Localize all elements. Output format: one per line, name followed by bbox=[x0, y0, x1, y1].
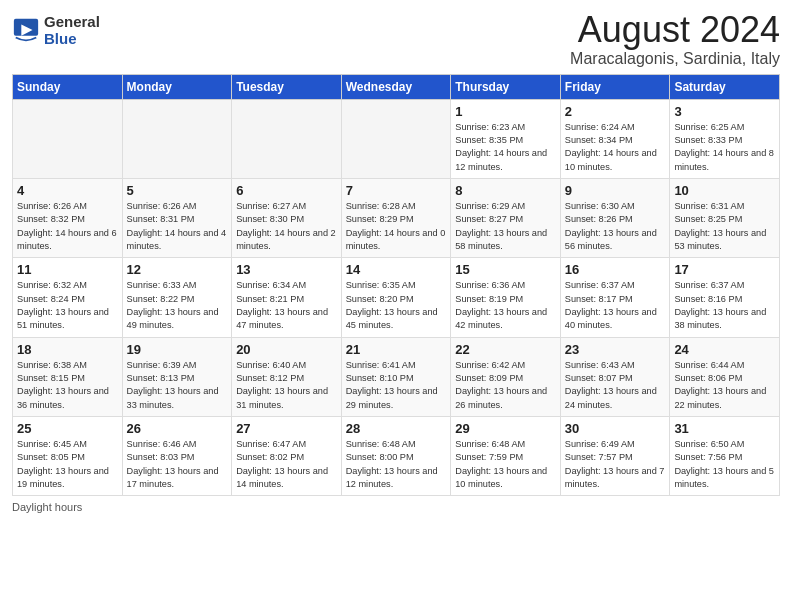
header-row: Sunday Monday Tuesday Wednesday Thursday… bbox=[13, 74, 780, 99]
calendar-cell-1-3 bbox=[232, 99, 342, 178]
day-number: 16 bbox=[565, 262, 666, 277]
calendar-cell-4-2: 19 Sunrise: 6:39 AMSunset: 8:13 PMDaylig… bbox=[122, 337, 232, 416]
calendar-cell-3-1: 11 Sunrise: 6:32 AMSunset: 8:24 PMDaylig… bbox=[13, 258, 123, 337]
calendar-cell-5-4: 28 Sunrise: 6:48 AMSunset: 8:00 PMDaylig… bbox=[341, 417, 451, 496]
calendar-cell-4-4: 21 Sunrise: 6:41 AMSunset: 8:10 PMDaylig… bbox=[341, 337, 451, 416]
day-number: 1 bbox=[455, 104, 556, 119]
day-info: Sunrise: 6:32 AMSunset: 8:24 PMDaylight:… bbox=[17, 280, 109, 330]
day-number: 21 bbox=[346, 342, 447, 357]
day-info: Sunrise: 6:47 AMSunset: 8:02 PMDaylight:… bbox=[236, 439, 328, 489]
col-thursday: Thursday bbox=[451, 74, 561, 99]
calendar-cell-5-6: 30 Sunrise: 6:49 AMSunset: 7:57 PMDaylig… bbox=[560, 417, 670, 496]
calendar-cell-4-7: 24 Sunrise: 6:44 AMSunset: 8:06 PMDaylig… bbox=[670, 337, 780, 416]
col-wednesday: Wednesday bbox=[341, 74, 451, 99]
day-info: Sunrise: 6:40 AMSunset: 8:12 PMDaylight:… bbox=[236, 360, 328, 410]
day-number: 24 bbox=[674, 342, 775, 357]
calendar-cell-3-2: 12 Sunrise: 6:33 AMSunset: 8:22 PMDaylig… bbox=[122, 258, 232, 337]
day-number: 7 bbox=[346, 183, 447, 198]
calendar-cell-2-6: 9 Sunrise: 6:30 AMSunset: 8:26 PMDayligh… bbox=[560, 178, 670, 257]
logo-text: General Blue bbox=[44, 14, 100, 47]
day-info: Sunrise: 6:26 AMSunset: 8:32 PMDaylight:… bbox=[17, 201, 117, 251]
calendar-cell-2-4: 7 Sunrise: 6:28 AMSunset: 8:29 PMDayligh… bbox=[341, 178, 451, 257]
calendar-cell-3-5: 15 Sunrise: 6:36 AMSunset: 8:19 PMDaylig… bbox=[451, 258, 561, 337]
day-number: 4 bbox=[17, 183, 118, 198]
day-info: Sunrise: 6:44 AMSunset: 8:06 PMDaylight:… bbox=[674, 360, 766, 410]
col-sunday: Sunday bbox=[13, 74, 123, 99]
calendar-cell-4-1: 18 Sunrise: 6:38 AMSunset: 8:15 PMDaylig… bbox=[13, 337, 123, 416]
day-number: 15 bbox=[455, 262, 556, 277]
day-info: Sunrise: 6:27 AMSunset: 8:30 PMDaylight:… bbox=[236, 201, 336, 251]
calendar-cell-5-7: 31 Sunrise: 6:50 AMSunset: 7:56 PMDaylig… bbox=[670, 417, 780, 496]
day-info: Sunrise: 6:35 AMSunset: 8:20 PMDaylight:… bbox=[346, 280, 438, 330]
calendar-cell-5-5: 29 Sunrise: 6:48 AMSunset: 7:59 PMDaylig… bbox=[451, 417, 561, 496]
calendar-cell-4-3: 20 Sunrise: 6:40 AMSunset: 8:12 PMDaylig… bbox=[232, 337, 342, 416]
week-row-2: 4 Sunrise: 6:26 AMSunset: 8:32 PMDayligh… bbox=[13, 178, 780, 257]
calendar-body: 1 Sunrise: 6:23 AMSunset: 8:35 PMDayligh… bbox=[13, 99, 780, 496]
day-number: 8 bbox=[455, 183, 556, 198]
day-number: 22 bbox=[455, 342, 556, 357]
day-info: Sunrise: 6:43 AMSunset: 8:07 PMDaylight:… bbox=[565, 360, 657, 410]
day-info: Sunrise: 6:23 AMSunset: 8:35 PMDaylight:… bbox=[455, 122, 547, 172]
day-number: 27 bbox=[236, 421, 337, 436]
calendar-cell-3-3: 13 Sunrise: 6:34 AMSunset: 8:21 PMDaylig… bbox=[232, 258, 342, 337]
day-info: Sunrise: 6:38 AMSunset: 8:15 PMDaylight:… bbox=[17, 360, 109, 410]
day-number: 6 bbox=[236, 183, 337, 198]
day-number: 18 bbox=[17, 342, 118, 357]
calendar-cell-1-5: 1 Sunrise: 6:23 AMSunset: 8:35 PMDayligh… bbox=[451, 99, 561, 178]
calendar-cell-1-4 bbox=[341, 99, 451, 178]
day-info: Sunrise: 6:46 AMSunset: 8:03 PMDaylight:… bbox=[127, 439, 219, 489]
day-number: 3 bbox=[674, 104, 775, 119]
logo-icon bbox=[12, 17, 40, 45]
calendar-cell-3-4: 14 Sunrise: 6:35 AMSunset: 8:20 PMDaylig… bbox=[341, 258, 451, 337]
day-info: Sunrise: 6:26 AMSunset: 8:31 PMDaylight:… bbox=[127, 201, 227, 251]
calendar-table: Sunday Monday Tuesday Wednesday Thursday… bbox=[12, 74, 780, 497]
day-number: 25 bbox=[17, 421, 118, 436]
week-row-5: 25 Sunrise: 6:45 AMSunset: 8:05 PMDaylig… bbox=[13, 417, 780, 496]
day-number: 17 bbox=[674, 262, 775, 277]
day-info: Sunrise: 6:33 AMSunset: 8:22 PMDaylight:… bbox=[127, 280, 219, 330]
day-info: Sunrise: 6:24 AMSunset: 8:34 PMDaylight:… bbox=[565, 122, 657, 172]
day-number: 2 bbox=[565, 104, 666, 119]
day-info: Sunrise: 6:30 AMSunset: 8:26 PMDaylight:… bbox=[565, 201, 657, 251]
calendar-cell-3-6: 16 Sunrise: 6:37 AMSunset: 8:17 PMDaylig… bbox=[560, 258, 670, 337]
day-info: Sunrise: 6:48 AMSunset: 8:00 PMDaylight:… bbox=[346, 439, 438, 489]
calendar-cell-2-1: 4 Sunrise: 6:26 AMSunset: 8:32 PMDayligh… bbox=[13, 178, 123, 257]
day-number: 12 bbox=[127, 262, 228, 277]
calendar-cell-2-2: 5 Sunrise: 6:26 AMSunset: 8:31 PMDayligh… bbox=[122, 178, 232, 257]
day-number: 29 bbox=[455, 421, 556, 436]
day-number: 11 bbox=[17, 262, 118, 277]
day-info: Sunrise: 6:28 AMSunset: 8:29 PMDaylight:… bbox=[346, 201, 446, 251]
calendar-cell-1-6: 2 Sunrise: 6:24 AMSunset: 8:34 PMDayligh… bbox=[560, 99, 670, 178]
day-info: Sunrise: 6:41 AMSunset: 8:10 PMDaylight:… bbox=[346, 360, 438, 410]
day-info: Sunrise: 6:42 AMSunset: 8:09 PMDaylight:… bbox=[455, 360, 547, 410]
daylight-label: Daylight hours bbox=[12, 501, 82, 513]
day-info: Sunrise: 6:48 AMSunset: 7:59 PMDaylight:… bbox=[455, 439, 547, 489]
day-number: 28 bbox=[346, 421, 447, 436]
calendar-cell-1-1 bbox=[13, 99, 123, 178]
day-number: 10 bbox=[674, 183, 775, 198]
header: General Blue August 2024 Maracalagonis, … bbox=[12, 10, 780, 68]
day-info: Sunrise: 6:34 AMSunset: 8:21 PMDaylight:… bbox=[236, 280, 328, 330]
calendar-cell-2-5: 8 Sunrise: 6:29 AMSunset: 8:27 PMDayligh… bbox=[451, 178, 561, 257]
calendar-cell-4-5: 22 Sunrise: 6:42 AMSunset: 8:09 PMDaylig… bbox=[451, 337, 561, 416]
logo: General Blue bbox=[12, 14, 100, 47]
week-row-4: 18 Sunrise: 6:38 AMSunset: 8:15 PMDaylig… bbox=[13, 337, 780, 416]
day-info: Sunrise: 6:49 AMSunset: 7:57 PMDaylight:… bbox=[565, 439, 665, 489]
day-info: Sunrise: 6:50 AMSunset: 7:56 PMDaylight:… bbox=[674, 439, 774, 489]
col-tuesday: Tuesday bbox=[232, 74, 342, 99]
day-info: Sunrise: 6:25 AMSunset: 8:33 PMDaylight:… bbox=[674, 122, 774, 172]
day-number: 19 bbox=[127, 342, 228, 357]
calendar-cell-4-6: 23 Sunrise: 6:43 AMSunset: 8:07 PMDaylig… bbox=[560, 337, 670, 416]
day-info: Sunrise: 6:37 AMSunset: 8:17 PMDaylight:… bbox=[565, 280, 657, 330]
col-saturday: Saturday bbox=[670, 74, 780, 99]
day-info: Sunrise: 6:39 AMSunset: 8:13 PMDaylight:… bbox=[127, 360, 219, 410]
calendar-cell-5-2: 26 Sunrise: 6:46 AMSunset: 8:03 PMDaylig… bbox=[122, 417, 232, 496]
week-row-3: 11 Sunrise: 6:32 AMSunset: 8:24 PMDaylig… bbox=[13, 258, 780, 337]
day-info: Sunrise: 6:29 AMSunset: 8:27 PMDaylight:… bbox=[455, 201, 547, 251]
day-info: Sunrise: 6:36 AMSunset: 8:19 PMDaylight:… bbox=[455, 280, 547, 330]
month-title: August 2024 bbox=[570, 10, 780, 50]
main-container: General Blue August 2024 Maracalagonis, … bbox=[0, 0, 792, 521]
calendar-cell-2-3: 6 Sunrise: 6:27 AMSunset: 8:30 PMDayligh… bbox=[232, 178, 342, 257]
calendar-cell-5-3: 27 Sunrise: 6:47 AMSunset: 8:02 PMDaylig… bbox=[232, 417, 342, 496]
logo-blue: Blue bbox=[44, 31, 100, 48]
